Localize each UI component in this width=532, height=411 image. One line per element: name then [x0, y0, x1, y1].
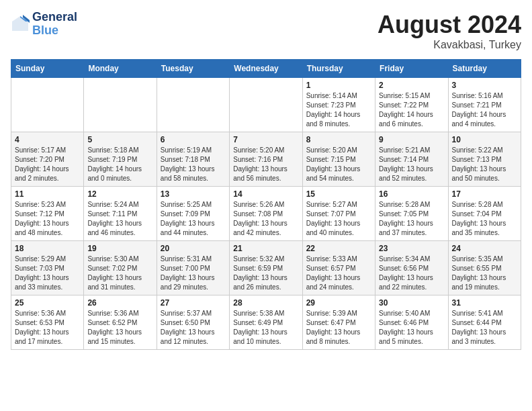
- day-info: Sunrise: 5:28 AM Sunset: 7:05 PM Dayligh…: [379, 200, 444, 238]
- weekday-header-saturday: Saturday: [448, 60, 521, 78]
- day-info: Sunrise: 5:26 AM Sunset: 7:08 PM Dayligh…: [233, 200, 298, 238]
- day-number: 20: [161, 244, 226, 253]
- day-info: Sunrise: 5:31 AM Sunset: 7:00 PM Dayligh…: [161, 255, 226, 292]
- calendar-cell: 1Sunrise: 5:14 AM Sunset: 7:23 PM Daylig…: [302, 78, 375, 132]
- day-number: 9: [379, 135, 444, 144]
- weekday-header-row: SundayMondayTuesdayWednesdayThursdayFrid…: [11, 60, 521, 78]
- calendar-cell: 6Sunrise: 5:19 AM Sunset: 7:18 PM Daylig…: [157, 132, 229, 187]
- day-number: 21: [233, 244, 298, 253]
- calendar-cell: 18Sunrise: 5:29 AM Sunset: 7:03 PM Dayli…: [11, 241, 84, 295]
- day-number: 5: [87, 135, 152, 144]
- calendar-cell: 21Sunrise: 5:32 AM Sunset: 6:59 PM Dayli…: [230, 241, 302, 295]
- day-number: 8: [306, 135, 371, 144]
- calendar-cell: 2Sunrise: 5:15 AM Sunset: 7:22 PM Daylig…: [375, 78, 448, 132]
- calendar-cell: [157, 78, 229, 132]
- day-number: 17: [452, 189, 517, 199]
- location-subtitle: Kavakbasi, Turkey: [378, 39, 521, 51]
- calendar-cell: 28Sunrise: 5:38 AM Sunset: 6:49 PM Dayli…: [230, 295, 302, 350]
- day-number: 3: [452, 81, 517, 90]
- calendar-cell: 5Sunrise: 5:18 AM Sunset: 7:19 PM Daylig…: [84, 132, 157, 187]
- day-number: 4: [15, 135, 80, 144]
- logo-text: General Blue: [32, 11, 77, 38]
- day-info: Sunrise: 5:36 AM Sunset: 6:52 PM Dayligh…: [87, 309, 152, 347]
- day-info: Sunrise: 5:27 AM Sunset: 7:07 PM Dayligh…: [306, 200, 371, 238]
- month-title: August 2024: [378, 11, 521, 39]
- day-number: 26: [87, 298, 152, 308]
- day-number: 22: [306, 244, 371, 253]
- day-number: 23: [379, 244, 444, 253]
- day-info: Sunrise: 5:32 AM Sunset: 6:59 PM Dayligh…: [233, 255, 298, 292]
- day-number: 13: [161, 189, 226, 199]
- day-info: Sunrise: 5:37 AM Sunset: 6:50 PM Dayligh…: [161, 309, 226, 347]
- day-info: Sunrise: 5:33 AM Sunset: 6:57 PM Dayligh…: [306, 255, 371, 292]
- day-info: Sunrise: 5:34 AM Sunset: 6:56 PM Dayligh…: [379, 255, 444, 292]
- logo-icon: [11, 15, 30, 34]
- day-number: 19: [87, 244, 152, 253]
- day-info: Sunrise: 5:16 AM Sunset: 7:21 PM Dayligh…: [452, 91, 517, 129]
- day-info: Sunrise: 5:29 AM Sunset: 7:03 PM Dayligh…: [15, 255, 80, 292]
- day-info: Sunrise: 5:36 AM Sunset: 6:53 PM Dayligh…: [15, 309, 80, 347]
- day-info: Sunrise: 5:17 AM Sunset: 7:20 PM Dayligh…: [15, 146, 80, 183]
- day-number: 31: [452, 298, 517, 308]
- calendar-cell: 3Sunrise: 5:16 AM Sunset: 7:21 PM Daylig…: [448, 78, 521, 132]
- title-block: August 2024 Kavakbasi, Turkey: [378, 11, 521, 51]
- day-info: Sunrise: 5:41 AM Sunset: 6:44 PM Dayligh…: [452, 309, 517, 347]
- weekday-header-sunday: Sunday: [11, 60, 84, 78]
- day-info: Sunrise: 5:40 AM Sunset: 6:46 PM Dayligh…: [379, 309, 444, 347]
- day-number: 2: [379, 81, 444, 90]
- calendar-cell: 22Sunrise: 5:33 AM Sunset: 6:57 PM Dayli…: [302, 241, 375, 295]
- day-info: Sunrise: 5:23 AM Sunset: 7:12 PM Dayligh…: [15, 200, 80, 238]
- day-info: Sunrise: 5:20 AM Sunset: 7:16 PM Dayligh…: [233, 146, 298, 183]
- calendar-week-row: 11Sunrise: 5:23 AM Sunset: 7:12 PM Dayli…: [11, 187, 521, 241]
- day-number: 24: [452, 244, 517, 253]
- day-info: Sunrise: 5:18 AM Sunset: 7:19 PM Dayligh…: [87, 146, 152, 183]
- calendar-cell: 4Sunrise: 5:17 AM Sunset: 7:20 PM Daylig…: [11, 132, 84, 187]
- day-number: 27: [161, 298, 226, 308]
- calendar-cell: 16Sunrise: 5:28 AM Sunset: 7:05 PM Dayli…: [375, 187, 448, 241]
- calendar-cell: 8Sunrise: 5:20 AM Sunset: 7:15 PM Daylig…: [302, 132, 375, 187]
- calendar-cell: 12Sunrise: 5:24 AM Sunset: 7:11 PM Dayli…: [84, 187, 157, 241]
- calendar-week-row: 18Sunrise: 5:29 AM Sunset: 7:03 PM Dayli…: [11, 241, 521, 295]
- calendar-cell: 17Sunrise: 5:28 AM Sunset: 7:04 PM Dayli…: [448, 187, 521, 241]
- calendar-week-row: 4Sunrise: 5:17 AM Sunset: 7:20 PM Daylig…: [11, 132, 521, 187]
- calendar-cell: 9Sunrise: 5:21 AM Sunset: 7:14 PM Daylig…: [375, 132, 448, 187]
- logo: General Blue: [11, 11, 77, 38]
- day-info: Sunrise: 5:30 AM Sunset: 7:02 PM Dayligh…: [87, 255, 152, 292]
- day-number: 29: [306, 298, 371, 308]
- calendar-cell: [84, 78, 157, 132]
- calendar-week-row: 1Sunrise: 5:14 AM Sunset: 7:23 PM Daylig…: [11, 78, 521, 132]
- calendar-cell: 27Sunrise: 5:37 AM Sunset: 6:50 PM Dayli…: [157, 295, 229, 350]
- calendar-cell: 10Sunrise: 5:22 AM Sunset: 7:13 PM Dayli…: [448, 132, 521, 187]
- day-info: Sunrise: 5:15 AM Sunset: 7:22 PM Dayligh…: [379, 91, 444, 129]
- calendar-cell: [11, 78, 84, 132]
- day-number: 30: [379, 298, 444, 308]
- weekday-header-monday: Monday: [84, 60, 157, 78]
- page-header: General Blue August 2024 Kavakbasi, Turk…: [11, 11, 521, 51]
- calendar-cell: 14Sunrise: 5:26 AM Sunset: 7:08 PM Dayli…: [230, 187, 302, 241]
- calendar-cell: [230, 78, 302, 132]
- day-info: Sunrise: 5:14 AM Sunset: 7:23 PM Dayligh…: [306, 91, 371, 129]
- day-number: 18: [15, 244, 80, 253]
- calendar-cell: 31Sunrise: 5:41 AM Sunset: 6:44 PM Dayli…: [448, 295, 521, 350]
- calendar-cell: 19Sunrise: 5:30 AM Sunset: 7:02 PM Dayli…: [84, 241, 157, 295]
- day-number: 12: [87, 189, 152, 199]
- day-number: 11: [15, 189, 80, 199]
- day-info: Sunrise: 5:25 AM Sunset: 7:09 PM Dayligh…: [161, 200, 226, 238]
- day-info: Sunrise: 5:38 AM Sunset: 6:49 PM Dayligh…: [233, 309, 298, 347]
- calendar-cell: 24Sunrise: 5:35 AM Sunset: 6:55 PM Dayli…: [448, 241, 521, 295]
- calendar-cell: 11Sunrise: 5:23 AM Sunset: 7:12 PM Dayli…: [11, 187, 84, 241]
- calendar-cell: 25Sunrise: 5:36 AM Sunset: 6:53 PM Dayli…: [11, 295, 84, 350]
- day-info: Sunrise: 5:20 AM Sunset: 7:15 PM Dayligh…: [306, 146, 371, 183]
- day-number: 25: [15, 298, 80, 308]
- calendar-cell: 26Sunrise: 5:36 AM Sunset: 6:52 PM Dayli…: [84, 295, 157, 350]
- day-number: 7: [233, 135, 298, 144]
- weekday-header-thursday: Thursday: [302, 60, 375, 78]
- day-info: Sunrise: 5:24 AM Sunset: 7:11 PM Dayligh…: [87, 200, 152, 238]
- calendar-cell: 7Sunrise: 5:20 AM Sunset: 7:16 PM Daylig…: [230, 132, 302, 187]
- calendar-cell: 15Sunrise: 5:27 AM Sunset: 7:07 PM Dayli…: [302, 187, 375, 241]
- day-info: Sunrise: 5:39 AM Sunset: 6:47 PM Dayligh…: [306, 309, 371, 347]
- weekday-header-friday: Friday: [375, 60, 448, 78]
- day-number: 10: [452, 135, 517, 144]
- calendar-cell: 30Sunrise: 5:40 AM Sunset: 6:46 PM Dayli…: [375, 295, 448, 350]
- day-number: 14: [233, 189, 298, 199]
